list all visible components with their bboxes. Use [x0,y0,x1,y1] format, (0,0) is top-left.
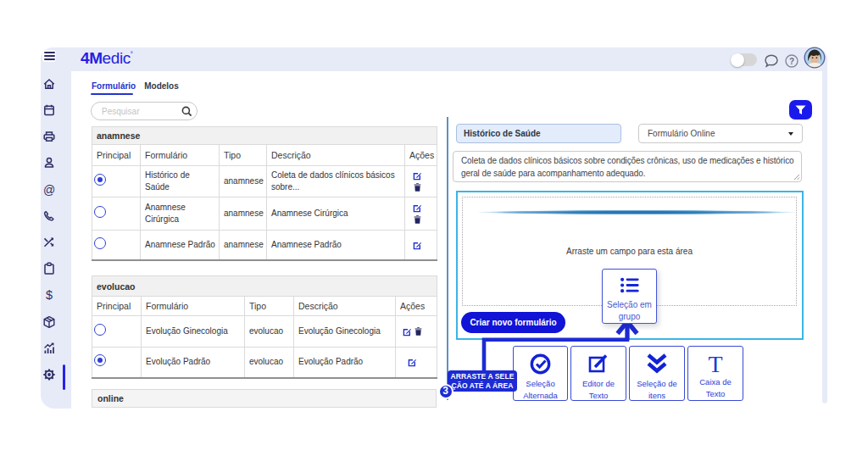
svg-text:?: ? [789,57,794,66]
svg-text:@: @ [43,183,55,197]
svg-text:$: $ [46,288,53,302]
